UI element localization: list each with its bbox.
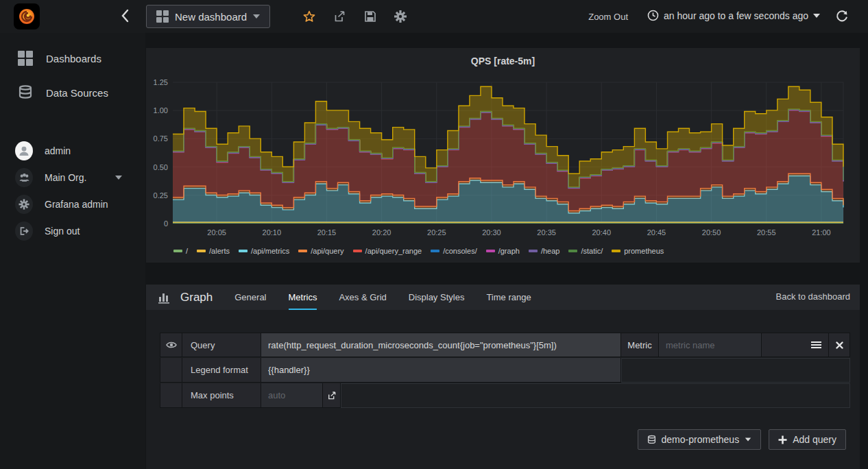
user-avatar-icon (15, 141, 33, 160)
dashboard-picker-button[interactable]: New dashboard (146, 5, 270, 28)
sidebar-item-admin[interactable]: admin (0, 137, 145, 165)
max-points-field[interactable] (261, 390, 322, 400)
legend-item[interactable]: /static/ (568, 247, 603, 255)
y-tick-label: 0.25 (154, 191, 168, 200)
caret-down-icon (253, 14, 260, 19)
back-to-dashboard-link[interactable]: Back to dashboard (776, 291, 850, 302)
share-icon[interactable] (333, 10, 346, 23)
sidebar-item-label: Data Sources (46, 87, 108, 99)
tab-general[interactable]: General (234, 285, 266, 310)
save-icon[interactable] (364, 10, 376, 23)
eye-icon (166, 341, 177, 349)
query-input-field[interactable] (268, 340, 620, 350)
panel-editor-header: Graph General Metrics Axes & Grid Displa… (146, 285, 860, 310)
legend-series-label: /graph (498, 247, 520, 255)
legend-format-input[interactable] (261, 358, 621, 383)
refresh-icon[interactable] (836, 10, 848, 23)
legend-series-label: /static/ (581, 247, 603, 255)
legend-item[interactable]: /alerts (197, 247, 230, 255)
bar-chart-icon (157, 291, 171, 304)
x-tick-label: 21:00 (812, 228, 831, 237)
legend-color-chip (197, 250, 206, 252)
legend-item[interactable]: /api/query (298, 247, 343, 255)
tab-metrics[interactable]: Metrics (289, 285, 317, 310)
y-tick-label: 0 (164, 219, 168, 228)
menu-icon[interactable] (811, 341, 821, 349)
grid-icon (156, 10, 169, 23)
row-filler (341, 383, 850, 408)
legend-item[interactable]: prometheus (612, 247, 664, 255)
editor-tabs: General Metrics Axes & Grid Display Styl… (234, 285, 531, 310)
max-points-label: Max points (182, 383, 261, 408)
sidebar-item-dashboards[interactable]: Dashboards (0, 45, 145, 72)
tab-time-range[interactable]: Time range (486, 285, 531, 310)
remove-query-button[interactable] (829, 333, 850, 357)
sidebar-item-label: Sign out (45, 226, 80, 237)
editor-buttons: demo-prometheus Add query (638, 429, 846, 450)
legend-color-chip (239, 250, 248, 252)
query-label: Query (182, 333, 261, 357)
legend-item[interactable]: / (173, 247, 188, 255)
sidebar-item-data-sources[interactable]: Data Sources (0, 79, 145, 106)
database-icon (16, 84, 34, 101)
star-icon[interactable] (303, 10, 315, 23)
panel-editor: Graph General Metrics Axes & Grid Displa… (146, 285, 860, 469)
y-tick-label: 0.75 (154, 134, 168, 143)
external-link-icon (327, 391, 337, 400)
row-filler (621, 358, 850, 383)
gear-icon[interactable] (394, 10, 407, 23)
clock-icon (647, 10, 659, 21)
query-input[interactable] (261, 333, 621, 357)
x-tick-label: 20:20 (372, 228, 391, 237)
sidebar-item-grafana-admin[interactable]: Grafana admin (0, 191, 145, 218)
x-tick-label: 20:40 (592, 228, 612, 237)
datasource-picker-button[interactable]: demo-prometheus (638, 429, 762, 450)
add-query-button[interactable]: Add query (769, 429, 846, 450)
y-tick-label: 1.25 (154, 78, 168, 86)
x-tick-label: 20:35 (537, 228, 556, 237)
gear-icon (15, 195, 33, 214)
max-points-input[interactable] (261, 383, 323, 408)
metric-name-input[interactable] (659, 333, 762, 357)
y-tick-label: 1.00 (154, 106, 168, 115)
query-editor: Query Metric Legend format (160, 333, 850, 409)
tab-axes-grid[interactable]: Axes & Grid (339, 285, 386, 310)
legend-series-label: /heap (541, 247, 560, 255)
add-query-label: Add query (793, 434, 836, 445)
chart-plot-area[interactable]: 00.250.500.751.001.2520:0520:1020:1520:2… (146, 73, 860, 244)
close-icon (836, 341, 843, 349)
y-tick-label: 0.50 (154, 163, 168, 171)
legend-item[interactable]: /consoles/ (431, 247, 477, 255)
metric-name-field[interactable] (659, 340, 761, 350)
legend-item[interactable]: /api/query_range (353, 247, 422, 255)
zoom-out-button[interactable]: Zoom Out (588, 12, 628, 22)
max-points-row: Max points (160, 383, 850, 408)
query-menu-cell (762, 333, 829, 357)
caret-down-icon (813, 14, 820, 18)
max-points-link-button[interactable] (323, 383, 341, 408)
chart-legend: //alerts/api/metrics/api/query/api/query… (173, 247, 664, 255)
row-spacer (160, 358, 182, 383)
legend-item[interactable]: /graph (486, 247, 520, 255)
legend-color-chip (612, 250, 620, 252)
top-navbar: New dashboard Zoom Out an hour ago to a … (0, 0, 868, 33)
sidebar-item-sign-out[interactable]: Sign out (0, 217, 145, 245)
toggle-query-visibility-button[interactable] (160, 333, 182, 357)
x-tick-label: 20:30 (482, 228, 501, 237)
plus-icon (778, 435, 787, 444)
legend-format-field[interactable] (268, 365, 620, 375)
tab-display-styles[interactable]: Display Styles (409, 285, 465, 310)
legend-color-chip (298, 250, 307, 252)
time-range-picker[interactable]: an hour ago to a few seconds ago (647, 10, 820, 21)
grafana-logo[interactable] (14, 3, 40, 29)
sidebar-item-main-org[interactable]: Main Org. (0, 164, 145, 191)
legend-series-label: / (186, 247, 188, 255)
back-chevron-icon[interactable] (121, 9, 129, 23)
caret-down-icon (745, 437, 751, 441)
sidebar-item-label: Main Org. (45, 172, 86, 183)
legend-series-label: prometheus (624, 247, 664, 255)
legend-item[interactable]: /api/metrics (239, 247, 289, 255)
legend-series-label: /consoles/ (443, 247, 477, 255)
legend-item[interactable]: /heap (529, 247, 560, 255)
chart-panel: QPS [rate-5m] 00.250.500.751.001.2520:05… (146, 48, 860, 263)
